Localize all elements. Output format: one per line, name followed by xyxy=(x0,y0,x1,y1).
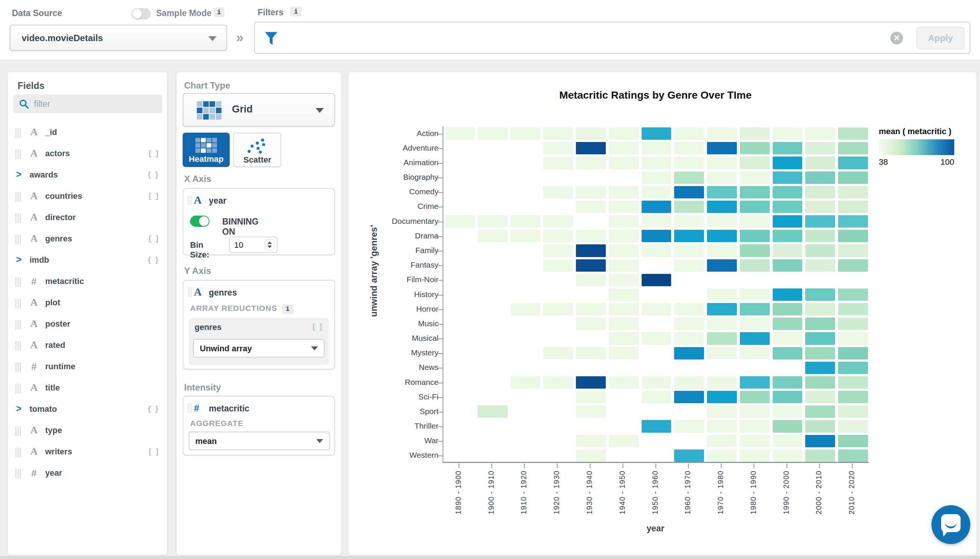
heatmap-cell xyxy=(674,420,704,432)
chevron-right-icon[interactable]: > xyxy=(16,169,21,180)
drag-handle-icon[interactable] xyxy=(15,426,21,436)
heatmap-cell xyxy=(805,172,835,184)
field-row-type[interactable]: Atype xyxy=(8,420,167,442)
field-row-year[interactable]: #year xyxy=(8,463,167,484)
heatmap-cell xyxy=(609,127,638,140)
double-chevron-icon[interactable]: » xyxy=(236,30,244,46)
field-row-rated[interactable]: Arated xyxy=(8,335,167,356)
x-tick-mark xyxy=(492,464,492,468)
field-row-plot[interactable]: Aplot xyxy=(8,293,167,314)
field-row-actors[interactable]: Aactors[ ] xyxy=(8,144,167,165)
field-row-writers[interactable]: Awriters[ ] xyxy=(8,442,167,463)
drag-handle-icon[interactable] xyxy=(15,235,21,245)
heatmap-cell xyxy=(740,127,770,140)
scatter-icon xyxy=(246,138,269,154)
y-tick-mark xyxy=(438,353,442,354)
clear-filter-icon[interactable]: ✕ xyxy=(890,32,903,45)
x-tick-label: 1950 - 1960 xyxy=(651,470,660,514)
heatmap-cell xyxy=(773,303,803,315)
chat-bubble-button[interactable] xyxy=(931,505,970,544)
heatmap-subtype-button[interactable]: Heatmap xyxy=(183,133,230,167)
chevron-right-icon[interactable]: > xyxy=(16,403,21,414)
heatmap-cell xyxy=(805,347,835,359)
drag-handle-icon[interactable] xyxy=(15,362,21,372)
drag-handle-icon[interactable] xyxy=(15,277,21,287)
x-tick-label: 1890 - 1900 xyxy=(454,470,463,514)
filters-label: Filters xyxy=(258,7,284,18)
info-icon[interactable]: i xyxy=(214,7,224,17)
heatmap-cell xyxy=(543,186,573,198)
field-row-runtime[interactable]: #runtime xyxy=(8,356,167,378)
heatmap-cell xyxy=(773,127,803,140)
drag-handle-icon[interactable] xyxy=(15,341,21,351)
drag-handle-icon[interactable] xyxy=(15,149,21,159)
drag-handle-icon[interactable] xyxy=(188,403,191,413)
heatmap-cell xyxy=(609,303,638,315)
y-tick-label: Crime xyxy=(364,202,439,211)
search-icon xyxy=(19,99,29,109)
aggregate-value: mean xyxy=(195,437,217,446)
field-type-badge: { } xyxy=(148,255,160,264)
y-axis-field-name: genres xyxy=(209,288,237,298)
drag-handle-icon[interactable] xyxy=(15,448,21,457)
field-row-title[interactable]: Atitle xyxy=(8,378,167,399)
y-tick-mark xyxy=(438,222,442,222)
heatmap-cell xyxy=(773,420,803,432)
binning-toggle[interactable] xyxy=(190,216,210,227)
data-source-select[interactable]: video.movieDetails xyxy=(10,25,227,51)
y-tick-mark xyxy=(438,309,442,310)
drag-handle-icon[interactable] xyxy=(188,287,191,297)
heatmap-cell xyxy=(543,376,573,389)
number-type-icon: # xyxy=(27,468,41,479)
heatmap-cell xyxy=(674,376,704,389)
chart-type-select[interactable]: Grid xyxy=(183,93,335,127)
unwind-array-select[interactable]: Unwind array xyxy=(193,339,325,357)
drag-handle-icon[interactable] xyxy=(15,128,21,138)
info-icon[interactable]: i xyxy=(282,304,293,314)
heatmap-cell xyxy=(543,230,573,242)
field-row-imdb[interactable]: >imdb{ } xyxy=(8,250,167,271)
y-tick-label: Fantasy xyxy=(364,260,439,270)
aggregate-label: AGGREGATE xyxy=(190,419,244,428)
sample-mode-toggle[interactable] xyxy=(132,8,151,20)
field-row-awards[interactable]: >awards{ } xyxy=(8,165,167,186)
field-name: writers xyxy=(45,447,72,456)
field-name: year xyxy=(45,468,62,478)
field-row-genres[interactable]: Agenres[ ] xyxy=(8,229,167,250)
field-row-poster[interactable]: Aposter xyxy=(8,314,167,335)
aggregate-select[interactable]: mean xyxy=(189,432,330,450)
heatmap-cell xyxy=(609,435,638,447)
string-type-icon: A xyxy=(27,126,41,138)
heatmap-cell xyxy=(838,245,868,257)
heatmap-cell xyxy=(740,376,770,389)
heatmap-cell xyxy=(838,172,868,184)
bin-size-input[interactable]: 10 xyxy=(229,237,277,253)
stepper-icon[interactable] xyxy=(265,239,274,250)
apply-button[interactable]: Apply xyxy=(917,27,964,49)
info-icon[interactable]: i xyxy=(290,7,301,17)
drag-handle-icon[interactable] xyxy=(15,192,21,202)
drag-handle-icon[interactable] xyxy=(15,213,21,223)
x-tick-mark xyxy=(787,464,787,468)
field-name: type xyxy=(45,426,62,435)
heatmap-cell xyxy=(838,288,868,301)
field-row-director[interactable]: Adirector xyxy=(8,207,167,229)
field-row-metacritic[interactable]: #metacritic xyxy=(8,271,167,293)
field-filter-input[interactable] xyxy=(34,96,157,112)
drag-handle-icon[interactable] xyxy=(188,195,191,205)
y-tick-label: Documentary xyxy=(364,217,439,226)
chevron-right-icon[interactable]: > xyxy=(16,254,21,265)
heatmap-cell xyxy=(642,303,671,315)
drag-handle-icon[interactable] xyxy=(15,320,21,329)
field-row-_id[interactable]: A_id xyxy=(8,122,167,144)
filter-query-input[interactable] xyxy=(281,24,886,51)
field-row-tomato[interactable]: >tomato{ } xyxy=(8,399,167,420)
field-row-countries[interactable]: Acountries[ ] xyxy=(8,186,167,207)
field-search-box[interactable] xyxy=(13,94,162,113)
drag-handle-icon[interactable] xyxy=(15,299,21,308)
y-tick-label: Animation xyxy=(364,158,439,167)
scatter-subtype-button[interactable]: Scatter xyxy=(233,133,281,167)
drag-handle-icon[interactable] xyxy=(15,384,21,394)
drag-handle-icon[interactable] xyxy=(15,469,21,479)
heatmap-cell xyxy=(707,303,737,315)
